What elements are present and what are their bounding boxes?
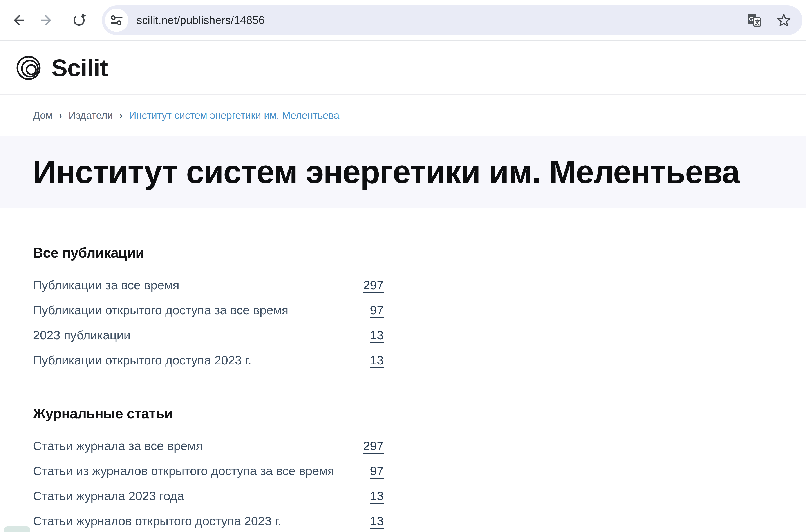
stat-label: Статьи из журналов открытого доступа за … — [33, 464, 334, 478]
brand-name[interactable]: Scilit — [51, 54, 108, 82]
site-header: Scilit — [0, 41, 806, 95]
stats-list: Статьи журнала за все время 297 Статьи и… — [33, 433, 384, 532]
title-band: Институт систем энергетики им. Мелентьев… — [0, 136, 806, 208]
section-heading-all-publications: Все публикации — [33, 208, 806, 261]
stat-row: Статьи из журналов открытого доступа за … — [33, 458, 384, 483]
stat-value-link[interactable]: 13 — [370, 328, 384, 342]
stat-label: Статьи журнала за все время — [33, 439, 203, 453]
stats-list: Публикации за все время 297 Публикации о… — [33, 272, 384, 373]
publisher-stats: Все публикации Публикации за все время 2… — [0, 208, 806, 532]
breadcrumb: Дом › Издатели › Институт систем энергет… — [0, 95, 806, 136]
stat-label: Статьи журналов открытого доступа 2023 г… — [33, 514, 281, 528]
section-heading-journal-articles: Журнальные статьи — [33, 373, 806, 422]
reload-button[interactable] — [69, 10, 90, 31]
chat-widget[interactable] — [4, 526, 30, 532]
back-button[interactable] — [8, 10, 30, 31]
breadcrumb-current-item[interactable]: Институт систем энергетики им. Мелентьев… — [129, 109, 339, 121]
forward-icon — [39, 13, 53, 27]
site-settings-button[interactable] — [105, 8, 128, 32]
stat-row: Статьи журнала 2023 года 13 — [33, 483, 384, 508]
chevron-right-icon: › — [119, 110, 122, 121]
stat-row: Публикации за все время 297 — [33, 272, 384, 298]
stat-value-link[interactable]: 13 — [370, 353, 384, 367]
stat-value-link[interactable]: 297 — [363, 439, 384, 453]
url-text: scilit.net/publishers/14856 — [137, 14, 265, 26]
stat-value-link[interactable]: 13 — [370, 514, 384, 528]
stat-row: 2023 публикации 13 — [33, 322, 384, 347]
translate-icon[interactable]: G — [747, 13, 762, 27]
stat-label: Публикации открытого доступа за все врем… — [33, 303, 288, 317]
stat-label: Статьи журнала 2023 года — [33, 489, 184, 503]
stat-label: 2023 публикации — [33, 328, 131, 342]
url-bar[interactable]: scilit.net/publishers/14856 G — [102, 5, 803, 35]
reload-icon — [72, 13, 86, 27]
stat-label: Публикации открытого доступа 2023 г. — [33, 353, 251, 367]
breadcrumb-publishers-link[interactable]: Издатели — [69, 109, 113, 121]
page-title: Институт систем энергетики им. Мелентьев… — [33, 153, 740, 191]
stat-value-link[interactable]: 97 — [370, 464, 384, 478]
tune-icon — [110, 14, 123, 26]
forward-button[interactable] — [36, 10, 57, 31]
stat-value-link[interactable]: 97 — [370, 303, 384, 317]
chevron-right-icon: › — [59, 110, 62, 121]
stat-value-link[interactable]: 297 — [363, 278, 384, 292]
stat-row: Статьи журнала за все время 297 — [33, 433, 384, 458]
scilit-logo-icon[interactable] — [16, 55, 43, 81]
back-icon — [12, 13, 26, 27]
stat-row: Публикации открытого доступа 2023 г. 13 — [33, 347, 384, 373]
stat-row: Статьи журналов открытого доступа 2023 г… — [33, 508, 384, 532]
stat-value-link[interactable]: 13 — [370, 489, 384, 503]
breadcrumb-home-link[interactable]: Дом — [33, 109, 53, 121]
stat-row: Публикации открытого доступа за все врем… — [33, 298, 384, 322]
star-icon[interactable] — [776, 13, 791, 28]
browser-toolbar: scilit.net/publishers/14856 G — [0, 0, 806, 41]
stat-label: Публикации за все время — [33, 278, 179, 292]
